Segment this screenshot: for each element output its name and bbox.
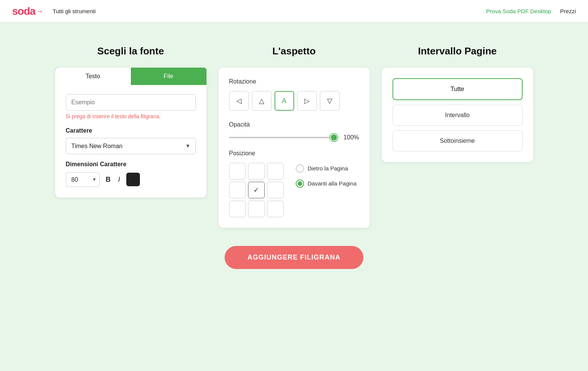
- prezzi-link[interactable]: Prezzi: [560, 8, 576, 14]
- pos-cell-1-1[interactable]: ✓: [248, 182, 265, 198]
- watermark-text-input[interactable]: [66, 94, 196, 111]
- rotation-row: ◁ △ A ▷ ▽: [229, 91, 359, 111]
- radio-outer-davanti: [296, 179, 304, 188]
- radio-dietro[interactable]: Dietro la Pagina: [296, 164, 357, 173]
- column-scegli-fonte: Scegli la fonte Testo File Si prega di i…: [55, 45, 206, 198]
- radio-davanti[interactable]: Davanti alla Pagina: [296, 179, 357, 188]
- logo-arrow-icon: →: [36, 7, 43, 15]
- position-section: ✓ Dietro la Pagina: [229, 163, 359, 217]
- error-message: Si prega di inserire il testo della fili…: [66, 113, 196, 121]
- pos-cell-0-2[interactable]: [267, 163, 284, 179]
- opacity-value: 100%: [344, 134, 359, 141]
- check-icon: ✓: [253, 186, 259, 194]
- radio-davanti-label: Davanti alla Pagina: [308, 180, 357, 187]
- fontsize-select-wrapper: 80 12 24 36 48 60 72 96 ▼: [66, 172, 100, 187]
- header-right: Prova Soda PDF Desktop Prezzi: [486, 8, 576, 14]
- range-option-tutte[interactable]: Tutte: [393, 78, 523, 100]
- range-card: Tutte Intervallo Sottoinsieme: [382, 68, 533, 162]
- scegli-fonte-title: Scegli la fonte: [55, 45, 206, 57]
- prova-link[interactable]: Prova Soda PDF Desktop: [486, 8, 551, 14]
- opacita-label: Opacità: [229, 121, 359, 128]
- pos-cell-0-1[interactable]: [248, 163, 265, 179]
- columns-layout: Scegli la fonte Testo File Si prega di i…: [30, 45, 558, 228]
- tab-bar: Testo File: [55, 68, 206, 85]
- header-left: soda → Tutti gli strumenti: [12, 5, 96, 17]
- aspetto-card: Rotazione ◁ △ A ▷ ▽ Opacità 100% Posizio…: [219, 68, 370, 228]
- range-option-sottoinsieme[interactable]: Sottoinsieme: [393, 130, 523, 151]
- tab-testo[interactable]: Testo: [55, 68, 131, 85]
- intervallo-title: Intervallo Pagine: [382, 45, 533, 57]
- color-picker-button[interactable]: [126, 173, 140, 186]
- aspetto-title: L'aspetto: [219, 45, 370, 57]
- fontsize-row: 80 12 24 36 48 60 72 96 ▼ B I: [66, 172, 196, 187]
- rotation-btn-1[interactable]: △: [252, 91, 272, 111]
- carattere-label: Carattere: [66, 127, 196, 134]
- logo-text: soda: [12, 5, 35, 17]
- italic-button[interactable]: I: [117, 173, 122, 186]
- font-select-wrapper: Times New Roman Arial Helvetica Georgia …: [66, 138, 196, 154]
- logo[interactable]: soda →: [12, 5, 43, 17]
- rotation-btn-0[interactable]: ◁: [229, 91, 249, 111]
- bold-button[interactable]: B: [104, 173, 112, 186]
- dimensioni-label: Dimensioni Carattere: [66, 161, 196, 168]
- nav-all-tools[interactable]: Tutti gli strumenti: [53, 8, 96, 14]
- main-background: Scegli la fonte Testo File Si prega di i…: [0, 23, 588, 371]
- range-option-intervallo[interactable]: Intervallo: [393, 105, 523, 126]
- pos-cell-2-2[interactable]: [267, 201, 284, 217]
- radio-inner-davanti: [298, 181, 302, 186]
- radio-dietro-label: Dietro la Pagina: [308, 165, 348, 172]
- position-grid: ✓: [229, 163, 284, 217]
- radio-outer-dietro: [296, 164, 304, 173]
- pos-cell-2-1[interactable]: [248, 201, 265, 217]
- font-select[interactable]: Times New Roman Arial Helvetica Georgia …: [66, 138, 196, 154]
- pos-cell-2-0[interactable]: [229, 201, 246, 217]
- rotation-btn-3[interactable]: ▷: [297, 91, 317, 111]
- radio-group: Dietro la Pagina Davanti alla Pagina: [296, 164, 357, 188]
- header: soda → Tutti gli strumenti Prova Soda PD…: [0, 0, 588, 23]
- scegli-fonte-card: Testo File Si prega di inserire il testo…: [55, 68, 206, 198]
- text-input-group: Si prega di inserire il testo della fili…: [66, 94, 196, 121]
- rotazione-label: Rotazione: [229, 78, 359, 85]
- column-intervallo: Intervallo Pagine Tutte Intervallo Sotto…: [382, 45, 533, 162]
- rotation-btn-2[interactable]: A: [275, 91, 294, 111]
- opacity-row: 100%: [229, 134, 359, 141]
- tab-file[interactable]: File: [131, 68, 206, 85]
- pos-cell-0-0[interactable]: [229, 163, 246, 179]
- pos-cell-1-0[interactable]: [229, 182, 246, 198]
- rotation-btn-4[interactable]: ▽: [320, 91, 340, 111]
- bottom-area: AGGIUNGERE FILIGRANA: [30, 246, 558, 269]
- opacity-slider[interactable]: [229, 137, 338, 138]
- add-watermark-button[interactable]: AGGIUNGERE FILIGRANA: [225, 246, 363, 269]
- pos-cell-1-2[interactable]: [267, 182, 284, 198]
- column-aspetto: L'aspetto Rotazione ◁ △ A ▷ ▽ Opacità 10…: [219, 45, 370, 228]
- posizione-label: Posizione: [229, 150, 359, 157]
- fontsize-select[interactable]: 80 12 24 36 48 60 72 96: [66, 172, 100, 187]
